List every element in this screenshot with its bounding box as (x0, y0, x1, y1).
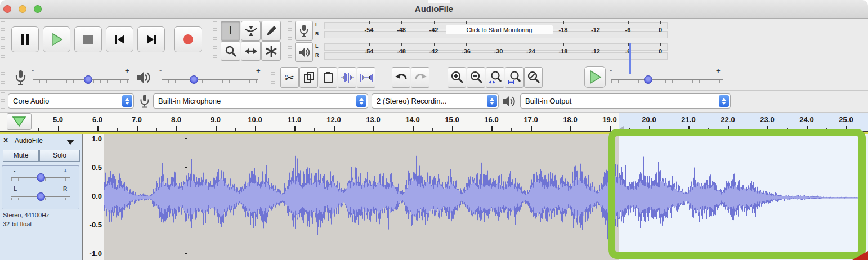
track-menu-dropdown-icon[interactable] (66, 140, 74, 145)
meter-tick (531, 43, 531, 46)
output-volume-max: + (256, 66, 261, 75)
meter-toolbar-grip[interactable] (288, 21, 292, 62)
selection-tool-button[interactable]: I (221, 21, 240, 41)
record-button[interactable] (174, 26, 202, 52)
skip-to-start-button[interactable] (106, 26, 133, 52)
redo-icon (413, 71, 428, 84)
ruler-major-tick (610, 126, 611, 131)
undo-icon (394, 71, 409, 84)
meter-scale-label: -18 (559, 48, 568, 55)
ruler-label: 15.0 (445, 115, 459, 124)
output-volume-slider-thumb[interactable] (190, 75, 198, 84)
select-spinner-icon (719, 95, 729, 107)
play-icon (50, 33, 64, 46)
zoom-out-button[interactable] (467, 67, 485, 88)
meter-tick (563, 21, 564, 24)
cut-button[interactable]: ✂ (280, 67, 299, 88)
fit-selection-button[interactable] (486, 67, 504, 88)
green-triangle-icon (12, 116, 26, 127)
envelope-tool-button[interactable] (241, 21, 261, 41)
meter-scale-label: -30 (494, 48, 503, 55)
meter-scale-label: -54 (365, 26, 374, 33)
copy-button[interactable] (299, 67, 318, 88)
meter-monitor-text[interactable]: Click to Start Monitoring (446, 25, 553, 34)
zoom-in-button[interactable] (448, 67, 466, 88)
timeline-options-button[interactable] (7, 113, 32, 130)
skip-to-end-button[interactable] (137, 26, 165, 52)
mute-button[interactable]: Mute (3, 150, 39, 162)
record-meter-button[interactable] (295, 21, 313, 41)
ruler-label: 12.0 (326, 115, 341, 124)
audio-host-select[interactable]: Core Audio (8, 93, 134, 109)
meter-tick (499, 21, 499, 24)
ruler-label: 19.0 (602, 115, 616, 124)
play-button[interactable] (43, 26, 70, 52)
input-volume-mic-icon (14, 69, 27, 86)
redo-button[interactable] (411, 67, 429, 88)
meter-scale-label: -36 (462, 48, 471, 55)
draw-tool-button[interactable] (261, 21, 281, 41)
playback-level-indicator (629, 43, 631, 74)
ruler-label: 5.0 (53, 115, 63, 124)
asterisk-icon (265, 44, 278, 58)
output-volume-speaker-icon (135, 70, 152, 86)
play-at-speed-icon (588, 70, 602, 84)
meter-tick (596, 43, 596, 46)
silence-audio-button[interactable] (357, 67, 375, 88)
input-volume-slider-thumb[interactable] (84, 75, 92, 84)
play-speed-slider-track[interactable] (611, 79, 723, 80)
gain-slider-thumb[interactable] (37, 173, 45, 182)
record-meter-right-label: R (315, 32, 319, 37)
microphone-icon (298, 24, 310, 38)
ruler-label: 6.0 (92, 115, 102, 124)
multi-tool-button[interactable] (261, 41, 281, 61)
ruler-label: 11.0 (288, 115, 302, 124)
track-close-button[interactable]: × (3, 136, 8, 145)
play-at-speed-button[interactable] (584, 66, 606, 88)
transport-toolbar-grip[interactable] (1, 21, 5, 62)
silence-audio-icon (359, 71, 374, 84)
stop-button[interactable] (74, 26, 102, 52)
meter-tick (563, 43, 564, 46)
undo-button[interactable] (392, 67, 410, 88)
zoom-toggle-button[interactable] (524, 67, 543, 88)
tools-toolbar-grip[interactable] (213, 21, 217, 62)
play-speed-max: + (716, 66, 721, 75)
output-volume-slider-track[interactable] (162, 79, 258, 80)
playback-device-select[interactable]: Built-in Output (520, 93, 731, 109)
input-volume-slider-track[interactable] (33, 79, 129, 80)
recording-channels-select[interactable]: 2 (Stereo) Recordin... (372, 93, 499, 109)
meter-scale-label: -42 (429, 48, 439, 55)
paste-button[interactable] (319, 67, 337, 88)
fit-project-button[interactable] (505, 67, 524, 88)
time-shift-tool-button[interactable] (241, 41, 261, 61)
vertical-scale-label: 0.5 (83, 163, 102, 172)
mixer-toolbar-grip[interactable] (1, 68, 5, 88)
copy-icon (302, 71, 316, 84)
pause-icon (21, 34, 29, 45)
playback-meter-scale[interactable]: -54-48-42-36-30-24-18-12-60 (324, 42, 668, 62)
edit-toolbar-grip[interactable] (271, 68, 275, 88)
meter-scale-label: -48 (397, 26, 406, 33)
vertical-scale-label: -0.5 (83, 221, 102, 229)
meter-scale-label: 0 (659, 48, 662, 55)
meter-tick (466, 43, 467, 46)
ruler-label: 17.0 (524, 115, 538, 124)
track-name[interactable]: AudioFile (15, 137, 43, 145)
toolbar-separator (0, 65, 868, 65)
solo-button[interactable]: Solo (39, 150, 80, 162)
pan-slider-thumb[interactable] (37, 192, 45, 201)
meter-tick (434, 21, 435, 24)
play-speed-min: - (610, 66, 612, 75)
ruler-major-tick (452, 126, 453, 131)
pause-button[interactable] (11, 26, 39, 52)
trim-audio-button[interactable] (338, 67, 356, 88)
meter-tick (401, 21, 402, 24)
playback-meter-button[interactable] (295, 42, 313, 62)
zoom-tool-button[interactable] (221, 41, 240, 61)
device-toolbar-grip[interactable] (1, 92, 5, 110)
recording-device-select[interactable]: Built-in Microphone (153, 93, 368, 109)
input-volume-slider-ticks (33, 80, 129, 83)
pencil-icon (265, 24, 278, 38)
play-speed-slider-ticks (611, 80, 723, 83)
